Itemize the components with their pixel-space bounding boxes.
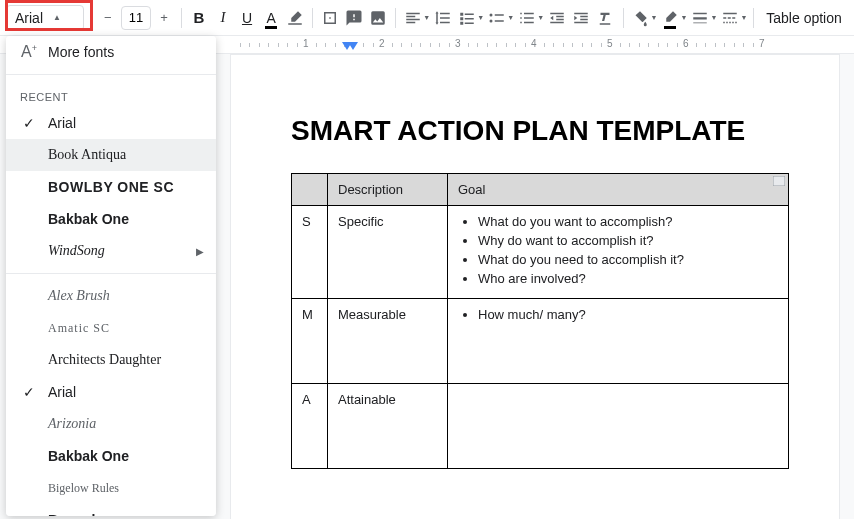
font-family-dropdown[interactable]: A+ More fonts RECENT ✓ArialBook AntiquaB… [6, 36, 216, 516]
font-size-input[interactable] [121, 6, 151, 30]
font-option[interactable]: Bigelow Rules [6, 472, 216, 504]
underline-button[interactable]: U [236, 5, 258, 31]
font-family-value: Arial [15, 10, 43, 26]
separator [623, 8, 624, 28]
cell-description[interactable]: Attainable [328, 384, 448, 469]
ruler-number: 6 [683, 38, 689, 49]
checklist-button[interactable] [456, 5, 478, 31]
font-option[interactable]: Architects Daughter [6, 344, 216, 376]
goal-item[interactable]: What do you need to accomplish it? [478, 252, 778, 267]
insert-link-button[interactable] [319, 5, 341, 31]
cell-goal[interactable]: How much/ many? [448, 299, 789, 384]
highlight-color-button[interactable] [284, 5, 306, 31]
ruler-number: 1 [303, 38, 309, 49]
smart-plan-table[interactable]: Description Goal SSpecificWhat do you wa… [291, 173, 789, 469]
cell-letter[interactable]: M [292, 299, 328, 384]
border-color-button[interactable] [659, 5, 681, 31]
increase-font-size-button[interactable]: + [153, 5, 175, 31]
chevron-right-icon: ▶ [196, 246, 204, 257]
font-option[interactable]: Bakbak One [6, 440, 216, 472]
font-option[interactable]: WindSong▶ [6, 235, 216, 267]
ruler-number: 5 [607, 38, 613, 49]
cell-letter[interactable]: A [292, 384, 328, 469]
font-option-label: Arial [48, 115, 202, 131]
bulleted-list-button[interactable] [486, 5, 508, 31]
goal-item[interactable]: What do you want to accomplish? [478, 214, 778, 229]
chevron-down-icon: ▼ [537, 14, 544, 21]
separator [753, 8, 754, 28]
cell-description[interactable]: Specific [328, 206, 448, 299]
indent-marker-right[interactable] [348, 38, 358, 46]
font-option-label: Architects Daughter [48, 352, 202, 368]
border-width-button[interactable] [689, 5, 711, 31]
page-title[interactable]: SMART ACTION PLAN TEMPLATE [291, 115, 789, 147]
font-option-label: Bakbak One [48, 211, 202, 227]
goal-item[interactable]: Why do want to accomplish it? [478, 233, 778, 248]
cell-description[interactable]: Measurable [328, 299, 448, 384]
ruler-number: 4 [531, 38, 537, 49]
chevron-down-icon: ▼ [710, 14, 717, 21]
separator [6, 74, 216, 75]
font-option[interactable]: Book Antiqua [6, 139, 216, 171]
table-header-description[interactable]: Description [328, 174, 448, 206]
font-family-select[interactable]: Arial ▲ [6, 5, 84, 31]
more-fonts-item[interactable]: A+ More fonts [6, 36, 216, 68]
font-option-label: Boogaloo [48, 512, 202, 516]
chevron-up-icon: ▲ [53, 13, 61, 22]
decrease-font-size-button[interactable]: − [97, 5, 119, 31]
cell-fill-button[interactable] [629, 5, 651, 31]
font-option[interactable]: ✓Arial [6, 376, 216, 408]
font-option[interactable]: Arizonia [6, 408, 216, 440]
cell-goal[interactable] [448, 384, 789, 469]
font-option-label: Book Antiqua [48, 147, 202, 163]
goal-item[interactable]: Who are involved? [478, 271, 778, 286]
insert-comment-button[interactable] [343, 5, 365, 31]
border-style-button[interactable] [719, 5, 741, 31]
font-option-label: Bowlby One SC [48, 179, 202, 195]
font-option[interactable]: Alex Brush [6, 280, 216, 312]
check-icon: ✓ [20, 115, 38, 131]
cell-letter[interactable]: S [292, 206, 328, 299]
table-row[interactable]: AAttainable [292, 384, 789, 469]
font-option[interactable]: ✓Arial [6, 107, 216, 139]
text-color-button[interactable]: A [260, 5, 282, 31]
separator [6, 273, 216, 274]
chevron-down-icon: ▼ [741, 14, 748, 21]
insert-image-button[interactable] [367, 5, 389, 31]
clear-formatting-button[interactable] [594, 5, 616, 31]
ruler-number: 2 [379, 38, 385, 49]
font-option-label: Bakbak One [48, 448, 202, 464]
separator [90, 8, 91, 28]
bold-button[interactable]: B [188, 5, 210, 31]
add-font-icon: A+ [20, 43, 38, 61]
chevron-down-icon: ▼ [423, 14, 430, 21]
document-page[interactable]: SMART ACTION PLAN TEMPLATE Description G… [230, 54, 840, 519]
table-header-blank[interactable] [292, 174, 328, 206]
ruler-number: 3 [455, 38, 461, 49]
chevron-down-icon: ▼ [680, 14, 687, 21]
font-option[interactable]: Bakbak One [6, 203, 216, 235]
goal-item[interactable]: How much/ many? [478, 307, 778, 322]
font-option[interactable]: Boogaloo [6, 504, 216, 516]
font-option[interactable]: Amatic SC [6, 312, 216, 344]
font-option-label: Bigelow Rules [48, 481, 202, 496]
separator [395, 8, 396, 28]
decrease-indent-button[interactable] [546, 5, 568, 31]
recent-section-header: RECENT [6, 81, 216, 107]
numbered-list-button[interactable] [516, 5, 538, 31]
italic-button[interactable]: I [212, 5, 234, 31]
chevron-down-icon: ▼ [477, 14, 484, 21]
line-spacing-button[interactable] [432, 5, 454, 31]
table-menu-icon[interactable] [773, 176, 785, 186]
cell-goal[interactable]: What do you want to accomplish?Why do wa… [448, 206, 789, 299]
table-options-button[interactable]: Table option [760, 10, 848, 26]
font-option-label: Arial [48, 384, 202, 400]
increase-indent-button[interactable] [570, 5, 592, 31]
toolbar: Arial ▲ − + B I U A ▼ ▼ ▼ ▼ ▼ ▼ ▼ ▼ Tabl… [0, 0, 854, 36]
font-option[interactable]: Bowlby One SC [6, 171, 216, 203]
font-option-label: WindSong [48, 243, 202, 259]
align-button[interactable] [402, 5, 424, 31]
table-header-goal[interactable]: Goal [448, 174, 789, 206]
table-row[interactable]: MMeasurableHow much/ many? [292, 299, 789, 384]
table-row[interactable]: SSpecificWhat do you want to accomplish?… [292, 206, 789, 299]
